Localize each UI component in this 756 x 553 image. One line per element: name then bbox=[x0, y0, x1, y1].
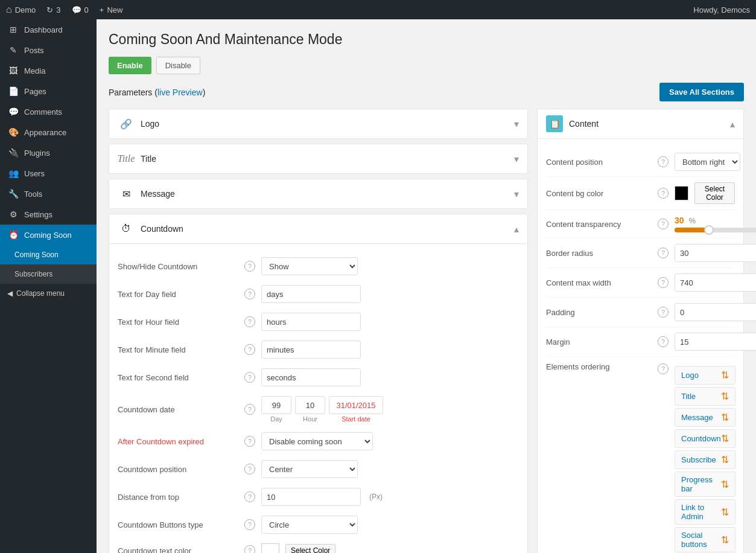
hour-field-input[interactable] bbox=[261, 313, 361, 331]
content-position-help[interactable]: ? bbox=[658, 156, 669, 167]
ordering-item-subscribe[interactable]: Subscribe ⇅ bbox=[675, 450, 735, 469]
collapse-icon: ◀ bbox=[7, 289, 13, 298]
dashboard-icon: ⊞ bbox=[7, 25, 19, 34]
countdown-position-select[interactable]: Center Left Right bbox=[261, 460, 358, 478]
margin-input[interactable] bbox=[675, 333, 756, 351]
sidebar-item-users[interactable]: 👥 Users bbox=[0, 163, 97, 184]
countdown-position-help[interactable]: ? bbox=[244, 464, 255, 475]
ordering-item-message[interactable]: Message ⇅ bbox=[675, 408, 735, 427]
content-max-width-label: Content max width bbox=[546, 278, 652, 287]
sidebar-item-media[interactable]: 🖼 Media bbox=[0, 60, 97, 81]
comments-link[interactable]: 💬 0 bbox=[72, 5, 89, 14]
second-field-row: Text for Second field ? bbox=[118, 363, 519, 391]
sidebar-item-settings[interactable]: ⚙ Settings bbox=[0, 204, 97, 225]
ordering-item-progress-bar[interactable]: Progress bar ⇅ bbox=[675, 471, 735, 497]
enable-button[interactable]: Enable bbox=[109, 57, 151, 74]
minute-field-input[interactable] bbox=[261, 340, 361, 359]
updates-link[interactable]: ↻ 3 bbox=[46, 5, 60, 14]
countdown-section-header[interactable]: ⏱ Countdown ▴ bbox=[109, 214, 527, 244]
distance-top-input[interactable] bbox=[261, 488, 361, 506]
title-section-header[interactable]: Title Title ▾ bbox=[109, 144, 527, 173]
buttons-type-select[interactable]: Circle Square Rounded bbox=[261, 516, 358, 534]
distance-top-help[interactable]: ? bbox=[244, 491, 255, 502]
collapse-menu[interactable]: ◀ Collapse menu bbox=[0, 284, 97, 303]
after-expired-select[interactable]: Disable coming soon Show message Redirec… bbox=[261, 432, 373, 450]
show-hide-help[interactable]: ? bbox=[244, 261, 255, 272]
sidebar-item-plugins[interactable]: 🔌 Plugins bbox=[0, 142, 97, 163]
main-content: Coming Soon And Maintenance Mode Enable … bbox=[97, 19, 756, 553]
sidebar-item-comments[interactable]: 💬 Comments bbox=[0, 101, 97, 122]
content-position-select[interactable]: Bottom right Bottom left Top right Top l… bbox=[675, 153, 740, 171]
title-chevron-icon: ▾ bbox=[514, 153, 519, 165]
second-field-label: Text for Second field bbox=[118, 373, 238, 382]
live-preview-link[interactable]: live Preview bbox=[157, 88, 203, 97]
margin-help[interactable]: ? bbox=[658, 336, 669, 347]
ordering-item-title[interactable]: Title ⇅ bbox=[675, 387, 735, 406]
message-section-icon: ✉ bbox=[118, 185, 135, 202]
padding-help[interactable]: ? bbox=[658, 307, 669, 318]
date-day-input[interactable] bbox=[261, 396, 291, 414]
page-title: Coming Soon And Maintenance Mode bbox=[109, 31, 744, 48]
logo-section: 🔗 Logo ▾ bbox=[109, 109, 528, 139]
text-color-select-button[interactable]: Select Color bbox=[285, 544, 335, 553]
content-max-width-help[interactable]: ? bbox=[658, 277, 669, 288]
sidebar-item-tools[interactable]: 🔧 Tools bbox=[0, 184, 97, 204]
ordering-item-logo[interactable]: Logo ⇅ bbox=[675, 366, 735, 385]
new-link[interactable]: + New bbox=[100, 5, 123, 14]
date-day-label: Day bbox=[270, 415, 282, 423]
sidebar-item-coming-soon[interactable]: ⏰ Coming Soon bbox=[0, 225, 97, 245]
text-color-row: Countdown text color ? Select Color bbox=[118, 539, 519, 553]
hour-field-help[interactable]: ? bbox=[244, 316, 255, 327]
message-section-header[interactable]: ✉ Message ▾ bbox=[109, 179, 527, 208]
elements-ordering-help[interactable]: ? bbox=[658, 363, 669, 374]
ordering-arrows-subscribe: ⇅ bbox=[721, 454, 729, 465]
show-hide-select[interactable]: Show Hide bbox=[261, 257, 358, 275]
second-field-input[interactable] bbox=[261, 368, 361, 386]
logo-section-header[interactable]: 🔗 Logo ▾ bbox=[109, 109, 527, 138]
after-expired-help[interactable]: ? bbox=[244, 436, 255, 447]
coming-soon-icon: ⏰ bbox=[7, 230, 19, 240]
sidebar-item-appearance[interactable]: 🎨 Appearance bbox=[0, 122, 97, 142]
sidebar-sub-coming-soon[interactable]: Coming Soon bbox=[0, 245, 97, 264]
transparency-slider[interactable] bbox=[675, 228, 756, 232]
ordering-item-social-buttons[interactable]: Social buttons ⇅ bbox=[675, 527, 735, 552]
padding-label: Padding bbox=[546, 308, 652, 317]
content-panel: 📋 Content ▴ Content position ? Bottom ri… bbox=[537, 109, 744, 553]
text-color-swatch[interactable] bbox=[261, 543, 279, 553]
content-transparency-help[interactable]: ? bbox=[658, 219, 669, 229]
title-section: Title Title ▾ bbox=[109, 144, 528, 174]
content-bg-color-swatch[interactable] bbox=[675, 186, 688, 200]
content-panel-header[interactable]: 📋 Content ▴ bbox=[538, 109, 743, 139]
countdown-date-help[interactable]: ? bbox=[244, 404, 255, 415]
padding-input[interactable] bbox=[675, 303, 756, 321]
content-max-width-input[interactable] bbox=[675, 273, 756, 292]
date-hour-input[interactable] bbox=[295, 396, 325, 414]
second-field-help[interactable]: ? bbox=[244, 372, 255, 383]
text-color-help[interactable]: ? bbox=[244, 545, 255, 553]
tools-icon: 🔧 bbox=[7, 189, 19, 199]
sidebar-item-pages[interactable]: 📄 Pages bbox=[0, 81, 97, 101]
sidebar-sub-subscribers[interactable]: Subscribers bbox=[0, 264, 97, 284]
border-radius-input[interactable] bbox=[675, 244, 756, 262]
content-bg-color-row: Content bg color ? Select Color bbox=[546, 177, 735, 210]
text-color-label: Countdown text color bbox=[118, 546, 238, 554]
buttons-type-help[interactable]: ? bbox=[244, 519, 255, 530]
disable-button[interactable]: Disable bbox=[156, 57, 200, 74]
sidebar-item-posts[interactable]: ✎ Posts bbox=[0, 40, 97, 60]
ordering-item-countdown[interactable]: Countdown ⇅ bbox=[675, 429, 735, 448]
day-field-input[interactable] bbox=[261, 285, 361, 303]
save-all-button[interactable]: Save All Sections bbox=[659, 83, 744, 101]
minute-field-help[interactable]: ? bbox=[244, 344, 255, 355]
distance-top-label: Distance from top bbox=[118, 493, 238, 502]
sidebar-item-dashboard[interactable]: ⊞ Dashboard bbox=[0, 19, 97, 40]
border-radius-help[interactable]: ? bbox=[658, 248, 669, 258]
minute-field-row: Text for Minute field ? bbox=[118, 336, 519, 363]
slider-thumb bbox=[704, 225, 714, 235]
content-bg-color-help[interactable]: ? bbox=[658, 188, 669, 199]
date-start-input[interactable] bbox=[329, 396, 383, 414]
site-link[interactable]: ⌂ Demo bbox=[6, 4, 36, 15]
ordering-item-link-admin[interactable]: Link to Admin ⇅ bbox=[675, 499, 735, 525]
content-bg-color-button[interactable]: Select Color bbox=[694, 182, 735, 204]
content-section-icon: 📋 bbox=[546, 115, 563, 132]
day-field-help[interactable]: ? bbox=[244, 289, 255, 299]
